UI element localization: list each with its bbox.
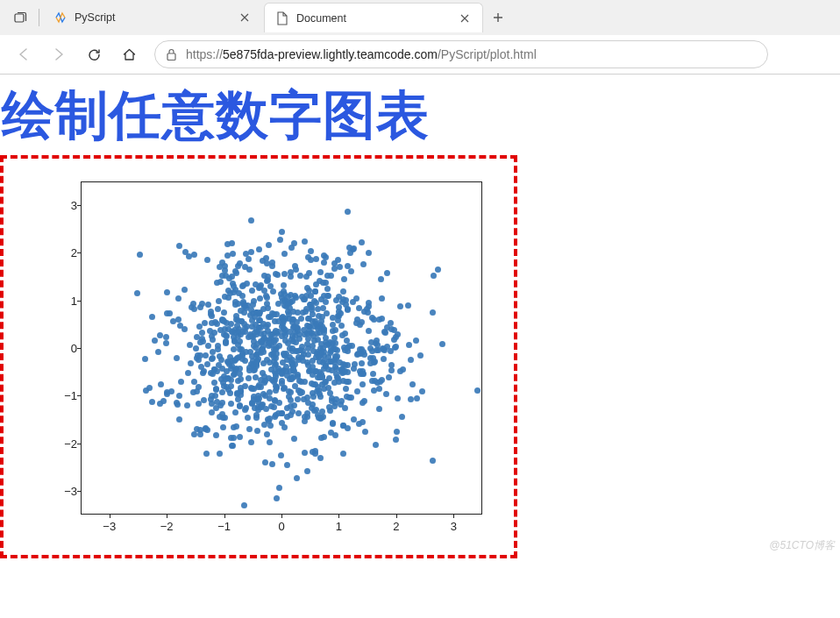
data-point bbox=[413, 337, 419, 344]
window-tabs-button[interactable] bbox=[5, 5, 35, 30]
data-point bbox=[210, 371, 216, 377]
data-point bbox=[224, 368, 230, 374]
data-point bbox=[351, 245, 357, 252]
data-point bbox=[305, 254, 311, 260]
tab-title: Document bbox=[296, 12, 451, 25]
data-point bbox=[231, 358, 238, 364]
data-point bbox=[316, 313, 322, 319]
forward-button[interactable] bbox=[42, 40, 75, 68]
data-point bbox=[253, 359, 260, 365]
data-point bbox=[430, 458, 436, 464]
home-button[interactable] bbox=[112, 40, 146, 68]
data-point bbox=[217, 353, 223, 359]
data-point bbox=[264, 431, 270, 437]
data-point bbox=[235, 301, 241, 307]
page-content: 绘制任意数字图表 −3−2−10123−3−2−10123 @51CTO博客 bbox=[0, 75, 840, 558]
data-point bbox=[246, 426, 253, 432]
data-point bbox=[317, 455, 324, 461]
svg-rect-0 bbox=[15, 14, 24, 22]
data-point bbox=[267, 416, 273, 422]
data-point bbox=[291, 436, 297, 442]
data-point bbox=[142, 356, 148, 362]
data-point bbox=[379, 295, 385, 302]
data-point bbox=[209, 409, 215, 416]
data-point bbox=[439, 341, 445, 347]
data-point bbox=[149, 399, 155, 405]
x-tick-label: 0 bbox=[278, 520, 284, 533]
data-point bbox=[388, 320, 394, 326]
data-point bbox=[302, 238, 308, 245]
data-point bbox=[249, 288, 255, 294]
data-point bbox=[249, 386, 255, 392]
x-tick-label: 1 bbox=[336, 520, 342, 533]
data-point bbox=[215, 306, 221, 312]
data-point bbox=[330, 421, 336, 427]
data-point bbox=[306, 270, 312, 276]
y-tick-label: 0 bbox=[51, 342, 77, 355]
back-button[interactable] bbox=[7, 40, 40, 68]
data-point bbox=[182, 287, 188, 293]
data-point bbox=[134, 290, 140, 296]
data-point bbox=[304, 468, 310, 474]
tab-close-button[interactable] bbox=[238, 11, 252, 25]
data-point bbox=[275, 410, 281, 416]
data-point bbox=[321, 252, 327, 259]
data-point bbox=[378, 276, 384, 282]
pyscript-favicon-icon bbox=[53, 11, 68, 25]
data-point bbox=[234, 390, 240, 396]
data-point bbox=[395, 395, 401, 401]
data-point bbox=[256, 246, 262, 252]
data-point bbox=[324, 342, 330, 348]
data-point bbox=[272, 398, 278, 404]
data-point bbox=[230, 443, 236, 449]
data-point bbox=[270, 288, 276, 295]
data-point bbox=[359, 381, 366, 387]
new-tab-button[interactable] bbox=[485, 4, 511, 31]
data-point bbox=[152, 337, 158, 344]
scatter-plot: −3−2−10123−3−2−10123 bbox=[11, 171, 502, 548]
plot-frame bbox=[81, 181, 482, 515]
data-point bbox=[295, 372, 301, 378]
data-point bbox=[371, 387, 377, 394]
refresh-button[interactable] bbox=[77, 40, 110, 68]
data-point bbox=[225, 387, 231, 393]
watermark: @51CTO博客 bbox=[769, 538, 835, 553]
data-point bbox=[196, 384, 202, 390]
x-tick-label: −2 bbox=[160, 520, 174, 533]
data-point bbox=[294, 319, 300, 325]
data-point bbox=[362, 429, 368, 435]
data-point bbox=[242, 407, 248, 413]
tab-pyscript[interactable]: PyScript bbox=[43, 3, 262, 32]
x-tick-label: −3 bbox=[103, 520, 116, 533]
data-point bbox=[321, 259, 327, 266]
data-point bbox=[351, 366, 357, 372]
data-point bbox=[359, 360, 365, 366]
data-point bbox=[219, 411, 225, 417]
data-point bbox=[248, 249, 254, 255]
data-point bbox=[247, 333, 253, 339]
tab-document[interactable]: Document bbox=[264, 3, 483, 32]
data-point bbox=[343, 386, 349, 392]
data-point bbox=[269, 461, 275, 467]
data-point bbox=[155, 349, 161, 355]
data-point bbox=[340, 296, 346, 302]
data-point bbox=[224, 241, 231, 247]
data-point bbox=[335, 375, 341, 381]
data-point bbox=[246, 367, 253, 373]
tab-close-button[interactable] bbox=[458, 11, 472, 25]
data-point bbox=[230, 251, 236, 257]
data-point bbox=[215, 346, 221, 352]
data-point bbox=[360, 261, 367, 267]
data-point bbox=[202, 320, 208, 326]
y-tick-mark bbox=[77, 491, 81, 492]
data-point bbox=[231, 435, 237, 441]
data-point bbox=[190, 389, 196, 395]
data-point bbox=[345, 425, 351, 431]
url-field[interactable]: https://5e875fda-preview.lightly.teamcod… bbox=[154, 40, 768, 68]
document-favicon-icon bbox=[275, 11, 289, 25]
data-point bbox=[338, 323, 345, 329]
y-tick-mark bbox=[77, 301, 81, 302]
data-point bbox=[184, 402, 190, 408]
data-point bbox=[254, 428, 260, 434]
data-point bbox=[256, 317, 262, 323]
